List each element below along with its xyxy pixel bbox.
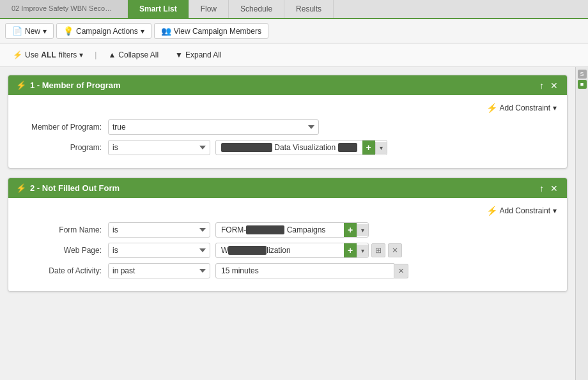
sidebar-icon-2[interactable]: ■ xyxy=(578,80,587,89)
collapse-icon: ▲ xyxy=(108,50,116,59)
filter2-select-3[interactable]: in past before after between xyxy=(108,263,210,278)
campaign-actions-arrow: ▾ xyxy=(141,27,144,36)
filter1-value-field-1: Data Visualization + ▾ xyxy=(215,140,557,155)
tab-smart-list[interactable]: Smart List xyxy=(128,0,189,18)
filter2-value-field-2: W lization + ▾ ⊞ ✕ xyxy=(215,243,557,258)
filter1-close-button[interactable]: ✕ xyxy=(549,81,559,90)
filters-label: filters xyxy=(59,50,77,59)
filter2-label-3: Date of Activity: xyxy=(19,266,108,275)
new-button[interactable]: 📄 New ▾ xyxy=(5,23,54,39)
filter1-row-2: Program: is is not Data Visualization xyxy=(19,140,557,155)
filter-bar: ⚡ Use ALL filters ▾ | ▲ Collapse All ▼ E… xyxy=(0,43,588,67)
filter2-up-button[interactable]: ↑ xyxy=(538,184,545,193)
expand-icon: ▼ xyxy=(175,50,183,59)
filter2-value-dropdown-btn-1[interactable]: ▾ xyxy=(357,224,368,236)
filter-card-1: ⚡ 1 - Member of Program ↑ ✕ ⚡ Add Constr… xyxy=(8,75,568,169)
duration-field: ✕ xyxy=(215,263,408,278)
filter1-redacted-1 xyxy=(221,143,272,152)
filter2-row-2: Web Page: is is not W lization + ▾ xyxy=(19,243,557,258)
add-constraint-arrow-1: ▾ xyxy=(553,103,557,112)
filter1-select-1[interactable]: true false xyxy=(108,119,319,135)
filter1-value-group-1: Data Visualization + ▾ xyxy=(215,140,387,155)
filter2-label-2: Web Page: xyxy=(19,246,108,255)
filter2-redacted-2 xyxy=(228,246,267,255)
filter2-lightning-icon: ⚡ xyxy=(16,183,26,193)
filter1-value-dropdown-btn[interactable]: ▾ xyxy=(375,142,387,154)
add-constraint-label-2: Add Constraint xyxy=(500,206,550,215)
all-text: ALL xyxy=(41,50,56,59)
add-constraint-label-1: Add Constraint xyxy=(500,103,550,112)
filter2-value-field-1: FORM- Campaigns + ▾ xyxy=(215,222,557,238)
duration-input[interactable] xyxy=(215,263,394,278)
collapse-all-label: Collapse All xyxy=(118,50,159,59)
add-constraint-link-1[interactable]: ⚡ Add Constraint ▾ xyxy=(486,103,557,113)
filter2-select-2[interactable]: is is not xyxy=(108,243,210,258)
filter-card-2-body: ⚡ Add Constraint ▾ Form Name: is is not xyxy=(8,198,567,291)
campaign-actions-label: Campaign Actions xyxy=(76,27,138,36)
filter-card-2-actions: ↑ ✕ xyxy=(538,184,559,193)
add-constraint-arrow-2: ▾ xyxy=(553,206,557,215)
filter2-close-button[interactable]: ✕ xyxy=(549,184,559,193)
filter2-row-3: Date of Activity: in past before after b… xyxy=(19,263,557,278)
lightning-icon: ⚡ xyxy=(13,50,22,59)
members-icon: 👥 xyxy=(161,26,171,36)
filter-card-1-body: ⚡ Add Constraint ▾ Member of Program: tr… xyxy=(8,95,567,168)
filter2-label-1: Form Name: xyxy=(19,225,108,234)
filter-separator: | xyxy=(95,50,97,59)
filter1-label-1: Member of Program: xyxy=(19,123,108,132)
filter1-value-text-1: Data Visualization xyxy=(216,141,362,155)
tab-schedule[interactable]: Schedule xyxy=(229,0,284,18)
new-label: New xyxy=(25,27,40,36)
campaign-actions-button[interactable]: 💡 Campaign Actions ▾ xyxy=(56,23,151,39)
filter2-value-dropdown-btn-2[interactable]: ▾ xyxy=(357,245,368,257)
use-all-label: Use xyxy=(25,50,38,59)
view-members-label: View Campaign Members xyxy=(174,27,261,36)
filter2-select-1[interactable]: is is not xyxy=(108,222,210,238)
add-constraint-link-2[interactable]: ⚡ Add Constraint ▾ xyxy=(486,206,557,216)
filter-dropdown-arrow: ▾ xyxy=(79,50,83,59)
filter1-select-2[interactable]: is is not xyxy=(108,140,210,155)
content-area: ⚡ 1 - Member of Program ↑ ✕ ⚡ Add Constr… xyxy=(0,67,575,380)
filter1-lightning-icon: ⚡ xyxy=(16,80,26,90)
filter-card-1-actions: ↑ ✕ xyxy=(538,81,559,90)
add-constraint-row-1: ⚡ Add Constraint ▾ xyxy=(19,103,557,113)
sidebar-icon-1[interactable]: S xyxy=(578,70,587,79)
filter-card-2-title: ⚡ 2 - Not Filled Out Form xyxy=(16,183,120,193)
filter2-delete-btn-2[interactable]: ✕ xyxy=(388,243,402,257)
tab-results[interactable]: Results xyxy=(284,0,334,18)
filter2-value-group-2: W lization + ▾ xyxy=(215,243,369,258)
collapse-all-button[interactable]: ▲ Collapse All xyxy=(103,49,164,61)
filter1-title-text: 1 - Member of Program xyxy=(30,80,121,90)
filter1-label-2: Program: xyxy=(19,143,108,152)
expand-all-label: Expand All xyxy=(185,50,222,59)
view-members-button[interactable]: 👥 View Campaign Members xyxy=(154,23,268,39)
filter2-value-group-1: FORM- Campaigns + ▾ xyxy=(215,222,369,238)
filter-card-1-title: ⚡ 1 - Member of Program xyxy=(16,80,121,90)
filter2-row-1: Form Name: is is not FORM- Campaigns + ▾ xyxy=(19,222,557,238)
duration-clear-btn[interactable]: ✕ xyxy=(394,264,408,278)
filter2-edit-btn-2[interactable]: ⊞ xyxy=(371,243,385,257)
filter1-redacted-2 xyxy=(338,143,357,152)
bulb-icon: 💡 xyxy=(63,26,74,36)
expand-all-button[interactable]: ▼ Expand All xyxy=(170,49,227,61)
filter2-add-value-btn-1[interactable]: + xyxy=(344,223,357,237)
constraint-icon-1: ⚡ xyxy=(486,103,497,113)
filter-card-2-header: ⚡ 2 - Not Filled Out Form ↑ ✕ xyxy=(8,178,567,198)
main-content: ⚡ 1 - Member of Program ↑ ✕ ⚡ Add Constr… xyxy=(0,67,588,380)
filter2-add-value-btn-2[interactable]: + xyxy=(344,243,357,257)
filter1-up-button[interactable]: ↑ xyxy=(538,81,545,90)
top-nav: 📄 New ▾ 💡 Campaign Actions ▾ 👥 View Camp… xyxy=(0,19,588,43)
filter2-title-text: 2 - Not Filled Out Form xyxy=(30,183,120,193)
filter1-add-value-btn[interactable]: + xyxy=(362,141,375,155)
add-constraint-row-2: ⚡ Add Constraint ▾ xyxy=(19,206,557,216)
use-all-filters-button[interactable]: ⚡ Use ALL filters ▾ xyxy=(8,49,88,61)
filter2-value-field-3: ✕ xyxy=(215,263,557,278)
filter1-row-1: Member of Program: true false xyxy=(19,119,557,135)
prev-title-tab[interactable]: 02 Improve Safety WBN Second Offer xyxy=(0,0,128,18)
constraint-icon-2: ⚡ xyxy=(486,206,497,216)
tab-flow[interactable]: Flow xyxy=(189,0,229,18)
page-icon: 📄 xyxy=(12,26,22,36)
new-dropdown-arrow: ▾ xyxy=(43,27,47,36)
filter2-value-text-1: FORM- Campaigns xyxy=(216,223,344,237)
tab-bar: 02 Improve Safety WBN Second Offer Smart… xyxy=(0,0,588,19)
